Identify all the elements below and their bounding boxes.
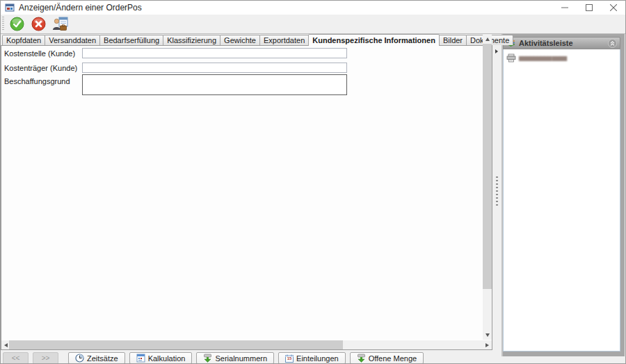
tab-bedarfserfuellung[interactable]: Bedarfserfüllung [99, 35, 163, 45]
toolbar [1, 15, 625, 34]
activity-item-label-redacted: ▆▆▆▆▆▆▆▆▆ ▆▆▆▆ [519, 55, 566, 61]
kostenstelle-input[interactable] [82, 48, 347, 58]
zeitsaetze-label: Zeitsätze [87, 354, 118, 363]
toolbar-grip[interactable] [2, 17, 4, 31]
scroll-right-button[interactable] [483, 340, 492, 349]
kostentraeger-input[interactable] [82, 63, 347, 73]
person-briefcase-icon [52, 17, 68, 31]
zeitsaetze-button[interactable]: Zeitsätze [68, 352, 125, 364]
tab-klassifizierung[interactable]: Klassifizierung [163, 35, 220, 45]
scroll-up-icon [485, 38, 490, 41]
sidebar-collapse-button[interactable] [608, 39, 617, 48]
maximize-button[interactable] [577, 1, 601, 15]
tab-kundenspezifische-informationen[interactable]: Kundenspezifische Informationen [308, 34, 440, 46]
box-green-arrow-icon [203, 354, 212, 363]
horizontal-scrollbar-thumb[interactable] [9, 340, 343, 349]
tab-strip: Kopfdaten Versanddaten Bedarfserfüllung … [1, 34, 513, 45]
x-circle-icon [31, 17, 46, 31]
calendar-icon: 15 [285, 354, 294, 363]
minimize-button[interactable] [552, 1, 577, 15]
tab-exportdaten[interactable]: Exportdaten [259, 35, 309, 45]
serialnummern-button[interactable]: Serialnummern [196, 352, 274, 364]
einteilungen-button[interactable]: 15 Einteilungen [278, 352, 346, 364]
kalkulation-label: Kalkulation [148, 354, 186, 363]
tab-bilder[interactable]: Bilder [439, 35, 467, 45]
maximize-icon [586, 4, 593, 11]
offene-menge-button[interactable]: Offene Menge [350, 352, 424, 364]
horizontal-scrollbar[interactable] [1, 340, 492, 349]
splitter-grip[interactable] [496, 176, 498, 207]
chevron-double-up-icon [609, 40, 616, 47]
scroll-right-icon [485, 343, 489, 347]
kostentraeger-label: Kostenträger (Kunde) [4, 64, 77, 72]
window-title: Anzeigen/Ändern einer OrderPos [19, 3, 142, 13]
close-button[interactable] [601, 1, 625, 15]
activity-sidebar-body: ▆▆▆▆▆▆▆▆▆ ▆▆▆▆ [503, 49, 620, 351]
arrow-right-icon [495, 49, 498, 53]
calendar-day-number: 15 [285, 356, 294, 361]
close-icon [610, 4, 617, 11]
check-circle-icon [10, 17, 24, 31]
titlebar: Anzeigen/Ändern einer OrderPos [1, 1, 625, 15]
printer-icon [506, 53, 516, 63]
einteilungen-label: Einteilungen [296, 354, 339, 363]
minimize-icon [561, 4, 568, 11]
vertical-scrollbar[interactable] [483, 35, 492, 340]
kalkulation-button[interactable]: Kalkulation [129, 352, 193, 364]
beschaffungsgrund-textarea[interactable] [82, 74, 347, 95]
tab-content-panel: Kostenstelle (Kunde) Kostenträger (Kunde… [1, 45, 492, 350]
offene-menge-label: Offene Menge [369, 354, 417, 363]
vertical-scrollbar-thumb[interactable] [483, 44, 492, 289]
nav-prev-button[interactable]: << [3, 352, 29, 364]
cancel-button[interactable] [30, 16, 47, 32]
activity-sidebar-title: Aktivitätsleiste [519, 39, 573, 47]
sidebar-splitter[interactable] [492, 34, 501, 356]
serialnummern-label: Serialnummern [215, 354, 267, 363]
beschaffungsgrund-label: Beschaffungsgrund [4, 77, 70, 85]
activity-list-item[interactable]: ▆▆▆▆▆▆▆▆▆ ▆▆▆▆ [506, 53, 617, 63]
splitter-expand-right-button[interactable] [495, 49, 499, 54]
scroll-left-icon [4, 343, 8, 347]
kostenstelle-label: Kostenstelle (Kunde) [4, 49, 75, 58]
scroll-up-button[interactable] [483, 35, 492, 44]
scroll-down-icon [485, 333, 490, 337]
box-green-arrow-icon [357, 354, 366, 363]
customer-info-button[interactable] [51, 16, 68, 32]
confirm-button[interactable] [8, 16, 25, 32]
scroll-down-button[interactable] [483, 331, 492, 340]
app-icon [5, 3, 15, 13]
nav-next-button[interactable]: >> [33, 352, 58, 364]
activity-sidebar-header[interactable]: Aktivitätsleiste [503, 37, 620, 49]
tab-versanddaten[interactable]: Versanddaten [45, 35, 100, 45]
footer-button-bar: << >> Zeitsätze Kalkulation [3, 352, 424, 364]
window-controls [552, 1, 625, 15]
activity-sidebar: Aktivitätsleiste ▆▆▆▆▆▆▆▆▆ ▆▆▆▆ [501, 34, 625, 356]
tab-kopfdaten[interactable]: Kopfdaten [2, 35, 45, 45]
calc-window-icon [136, 354, 145, 363]
clock-icon [75, 354, 84, 363]
tab-gewichte[interactable]: Gewichte [220, 35, 260, 45]
app-window: Anzeigen/Ändern einer OrderPos [0, 0, 626, 364]
